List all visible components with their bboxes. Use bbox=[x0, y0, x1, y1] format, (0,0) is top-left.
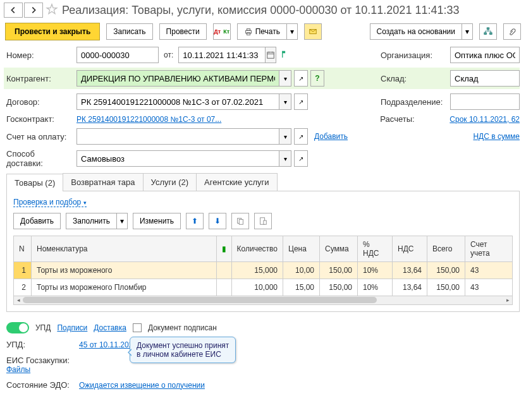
star-icon[interactable] bbox=[44, 3, 59, 18]
tab-goods[interactable]: Товары (2) bbox=[6, 174, 63, 191]
post-close-button[interactable]: Провести и закрыть bbox=[5, 23, 100, 40]
copy-button[interactable] bbox=[231, 213, 249, 229]
date-input[interactable] bbox=[179, 47, 264, 63]
delivery-drop[interactable]: ▾ bbox=[279, 151, 291, 166]
invoice-label: Счет на оплату: bbox=[6, 132, 73, 141]
delivery-open[interactable]: ↗ bbox=[294, 150, 308, 167]
email-button[interactable] bbox=[304, 23, 322, 40]
nds-link[interactable]: НДС в сумме bbox=[473, 132, 520, 141]
invoice-drop[interactable]: ▾ bbox=[279, 129, 291, 144]
calendar-icon bbox=[266, 51, 275, 59]
row-fill-button[interactable]: Заполнить bbox=[66, 213, 116, 229]
tree-icon bbox=[484, 27, 492, 36]
col-sum[interactable]: Сумма bbox=[320, 236, 358, 262]
warehouse-input[interactable] bbox=[451, 71, 519, 86]
col-qty[interactable]: Количество bbox=[231, 236, 283, 262]
print-button[interactable]: Печать bbox=[237, 23, 286, 40]
row-up-button[interactable]: ⬆ bbox=[186, 213, 204, 229]
eis-files-link[interactable]: Файлы bbox=[6, 365, 30, 374]
col-nds[interactable]: НДС bbox=[393, 236, 427, 262]
goods-table: N Номенклатура ▮ Количество Цена Сумма %… bbox=[13, 236, 513, 296]
paste-icon bbox=[259, 217, 267, 225]
goscontract-link[interactable]: РК 2591400191221000008 №1С-3 от 07... bbox=[76, 115, 221, 124]
delivery-input[interactable] bbox=[77, 151, 279, 166]
eis-label: ЕИС Госзакупки: bbox=[6, 356, 73, 365]
tab-services[interactable]: Услуги (2) bbox=[143, 173, 197, 191]
col-n[interactable]: N bbox=[14, 236, 32, 262]
dt-kt-button[interactable]: ДтКт bbox=[213, 23, 231, 40]
contragent-label: Контрагент: bbox=[6, 74, 73, 83]
contragent-input[interactable] bbox=[77, 71, 279, 86]
print-dropdown[interactable]: ▾ bbox=[286, 23, 298, 40]
tab-ret-tara[interactable]: Возвратная тара bbox=[63, 173, 143, 191]
attach-button[interactable] bbox=[503, 23, 521, 40]
col-total[interactable]: Всего bbox=[427, 236, 465, 262]
paste-button[interactable] bbox=[254, 213, 272, 229]
invoice-add-link[interactable]: Добавить bbox=[314, 132, 348, 141]
org-label: Организация: bbox=[381, 51, 450, 60]
contract-input[interactable] bbox=[77, 94, 279, 109]
command-bar: Провести и закрыть Записать Провести ДтК… bbox=[0, 20, 526, 43]
flag-icon[interactable] bbox=[281, 50, 290, 61]
col-marker[interactable]: ▮ bbox=[216, 236, 231, 262]
calc-link[interactable]: Срок 10.11.2021, 62 bbox=[450, 115, 520, 124]
nav-back-button[interactable] bbox=[4, 3, 23, 18]
tab-agent[interactable]: Агентские услуги bbox=[196, 173, 278, 191]
warehouse-label: Склад: bbox=[381, 74, 450, 83]
col-nomen[interactable]: Номенклатура bbox=[32, 236, 217, 262]
doc-signed-checkbox[interactable] bbox=[133, 323, 142, 332]
row-fill-drop[interactable]: ▾ bbox=[116, 213, 128, 229]
envelope-icon bbox=[309, 27, 317, 36]
table-row[interactable]: 2Торты из мороженого Пломбир10,00015,001… bbox=[14, 279, 513, 296]
contract-open[interactable]: ↗ bbox=[294, 93, 308, 110]
svg-rect-6 bbox=[490, 33, 492, 35]
col-pctnds[interactable]: % НДС bbox=[358, 236, 393, 262]
delivery-link[interactable]: Доставка bbox=[94, 323, 126, 332]
from-label: от: bbox=[164, 51, 173, 59]
tabs: Товары (2) Возвратная тара Услуги (2) Аг… bbox=[6, 173, 520, 191]
row-down-button[interactable]: ⬇ bbox=[209, 213, 226, 229]
upd-toggle-label: УПД bbox=[35, 323, 51, 332]
delivery-label: Способ доставки: bbox=[6, 149, 73, 168]
structure-button[interactable] bbox=[479, 23, 497, 40]
upd-label: УПД: bbox=[6, 340, 73, 349]
row-change-button[interactable]: Изменить bbox=[133, 213, 181, 229]
check-pick-link[interactable]: Проверка и подбор ▾ bbox=[13, 198, 87, 207]
nav-fwd-button[interactable] bbox=[24, 3, 43, 18]
post-button[interactable]: Провести bbox=[159, 23, 207, 40]
form-area: Номер: от: Организация: Контрагент: ▾ bbox=[0, 43, 526, 316]
contragent-help[interactable]: ? bbox=[310, 70, 324, 87]
edo-label: Состояние ЭДО: bbox=[6, 380, 73, 390]
number-label: Номер: bbox=[6, 51, 73, 60]
svg-rect-5 bbox=[484, 33, 487, 35]
contragent-drop[interactable]: ▾ bbox=[279, 71, 291, 86]
doc-signed-label: Документ подписан bbox=[148, 323, 217, 332]
h-scrollbar[interactable]: ◂ ▸ bbox=[13, 296, 513, 305]
calc-label: Расчеты: bbox=[380, 114, 450, 124]
table-row[interactable]: 1Торты из мороженого15,00010,00150,0010%… bbox=[14, 262, 513, 279]
header-bar: Реализация: Товары, услуги, комиссия 000… bbox=[0, 0, 526, 20]
dept-label: Подразделение: bbox=[381, 97, 450, 107]
eis-balloon: Документ успешно принят в личном кабинет… bbox=[130, 337, 236, 363]
invoice-open[interactable]: ↗ bbox=[294, 128, 308, 145]
contragent-open[interactable]: ↗ bbox=[294, 70, 308, 87]
contract-drop[interactable]: ▾ bbox=[279, 94, 291, 109]
row-add-button[interactable]: Добавить bbox=[13, 213, 61, 229]
dept-input[interactable] bbox=[451, 94, 519, 109]
save-button[interactable]: Записать bbox=[106, 23, 152, 40]
calendar-button[interactable] bbox=[265, 47, 276, 63]
sign-link[interactable]: Подписи bbox=[57, 323, 87, 332]
org-input[interactable] bbox=[451, 47, 519, 63]
col-account[interactable]: Счет учета bbox=[465, 236, 513, 262]
create-based-dropdown[interactable]: ▾ bbox=[462, 23, 473, 40]
edo-link[interactable]: Ожидается извещение о получении bbox=[79, 381, 205, 390]
invoice-input[interactable] bbox=[77, 129, 279, 144]
svg-rect-12 bbox=[264, 220, 266, 224]
svg-rect-1 bbox=[247, 29, 250, 31]
copy-icon bbox=[236, 217, 245, 225]
col-price[interactable]: Цена bbox=[283, 236, 320, 262]
upd-toggle[interactable] bbox=[6, 322, 29, 333]
create-based-button[interactable]: Создать на основании bbox=[370, 23, 462, 40]
contract-label: Договор: bbox=[6, 97, 73, 107]
number-input[interactable] bbox=[77, 47, 158, 63]
